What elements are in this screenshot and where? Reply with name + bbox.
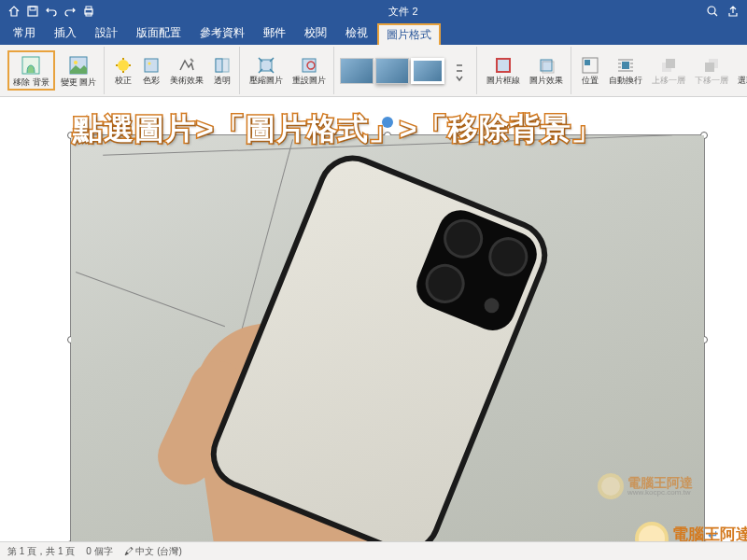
svg-rect-13 bbox=[216, 59, 222, 72]
corrections-button[interactable]: 校正 bbox=[110, 54, 136, 88]
svg-rect-20 bbox=[585, 60, 590, 65]
color-button[interactable]: 色彩 bbox=[138, 54, 164, 88]
position-button[interactable]: 位置 bbox=[577, 54, 603, 88]
svg-rect-23 bbox=[666, 59, 675, 68]
bring-forward-button[interactable]: 上移一層 bbox=[648, 54, 689, 88]
language-indicator[interactable]: 🖍 中文 (台灣) bbox=[124, 545, 182, 558]
transparency-button[interactable]: 透明 bbox=[209, 54, 235, 88]
svg-rect-3 bbox=[86, 7, 92, 9]
tab-view[interactable]: 檢視 bbox=[336, 21, 377, 45]
styles-more-button[interactable] bbox=[446, 56, 472, 86]
change-picture-button[interactable]: 變更 圖片 bbox=[57, 52, 101, 90]
document-title: 文件 2 bbox=[103, 5, 704, 19]
style-thumb-3[interactable] bbox=[411, 58, 444, 84]
photo-content: 電腦王阿達www.kocpc.com.tw bbox=[71, 135, 704, 541]
svg-rect-25 bbox=[705, 63, 714, 72]
tab-review[interactable]: 校閱 bbox=[295, 21, 336, 45]
border-button[interactable]: 圖片框線 bbox=[483, 54, 524, 88]
tab-picture-format[interactable]: 圖片格式 bbox=[377, 23, 441, 45]
picture-styles bbox=[340, 58, 444, 84]
svg-point-9 bbox=[118, 60, 129, 71]
document-area[interactable]: 點選圖片>「圖片格式」>「移除背景」 bbox=[0, 97, 747, 541]
tab-mailings[interactable]: 郵件 bbox=[254, 21, 295, 45]
watermark-inner: 電腦王阿達www.kocpc.com.tw bbox=[598, 473, 693, 499]
svg-rect-15 bbox=[303, 59, 316, 72]
tab-home[interactable]: 常用 bbox=[4, 21, 45, 45]
ribbon-tabs: 常用 插入 設計 版面配置 參考資料 郵件 校閱 檢視 圖片格式 bbox=[0, 22, 747, 45]
ribbon-toolbar: 移除 背景 變更 圖片 校正 色彩 美術效果 透明 壓縮圖片 重設圖片 圖片框線… bbox=[0, 45, 747, 97]
tab-layout[interactable]: 版面配置 bbox=[127, 21, 190, 45]
svg-rect-16 bbox=[497, 59, 510, 72]
svg-point-11 bbox=[148, 62, 151, 64]
search-icon[interactable] bbox=[704, 3, 721, 20]
page: 點選圖片>「圖片格式」>「移除背景」 bbox=[37, 102, 710, 540]
tab-references[interactable]: 參考資料 bbox=[190, 21, 254, 45]
home-icon[interactable] bbox=[6, 3, 22, 20]
reset-button[interactable]: 重設圖片 bbox=[289, 54, 330, 88]
artistic-effects-button[interactable]: 美術效果 bbox=[166, 54, 207, 88]
tab-design[interactable]: 設計 bbox=[86, 21, 127, 45]
effects-button[interactable]: 圖片效果 bbox=[526, 54, 567, 88]
undo-icon[interactable] bbox=[43, 3, 60, 20]
word-count[interactable]: 0 個字 bbox=[86, 545, 112, 558]
selected-image[interactable]: 電腦王阿達www.kocpc.com.tw bbox=[70, 134, 705, 541]
title-bar: 文件 2 bbox=[0, 0, 747, 22]
svg-rect-21 bbox=[622, 62, 629, 69]
instruction-overlay: 點選圖片>「圖片格式」>「移除背景」 bbox=[73, 109, 682, 150]
svg-point-8 bbox=[74, 61, 78, 64]
send-backward-button[interactable]: 下移一層 bbox=[691, 54, 732, 88]
wrap-text-button[interactable]: 自動換行 bbox=[605, 54, 646, 88]
save-icon[interactable] bbox=[24, 3, 41, 20]
style-thumb-1[interactable] bbox=[340, 58, 374, 84]
svg-rect-10 bbox=[145, 59, 158, 72]
page-indicator[interactable]: 第 1 頁，共 1 頁 bbox=[7, 545, 75, 558]
tab-insert[interactable]: 插入 bbox=[45, 21, 86, 45]
selection-pane-button[interactable]: 選取 範圍窗格 bbox=[734, 54, 747, 88]
print-icon[interactable] bbox=[80, 3, 97, 20]
watermark-outer: 電腦王阿達www.kocpc.com.tw bbox=[635, 522, 747, 541]
remove-background-button[interactable]: 移除 背景 bbox=[7, 50, 55, 91]
svg-point-5 bbox=[708, 7, 715, 14]
style-thumb-2[interactable] bbox=[375, 58, 409, 84]
status-bar: 第 1 頁，共 1 頁 0 個字 🖍 中文 (台灣) bbox=[0, 541, 747, 560]
share-icon[interactable] bbox=[725, 3, 741, 20]
redo-icon[interactable] bbox=[62, 3, 78, 20]
compress-button[interactable]: 壓縮圖片 bbox=[246, 54, 287, 88]
